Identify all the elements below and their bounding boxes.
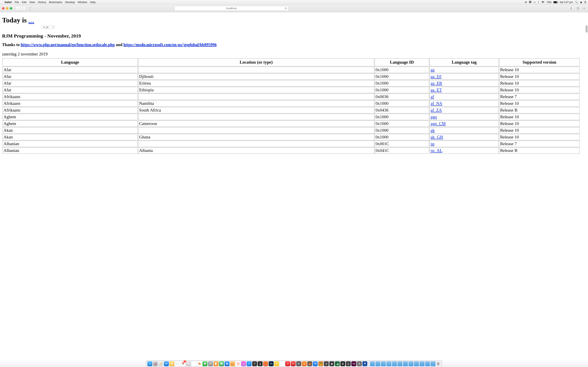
credits-link-msdn[interactable]: https://msdn.microsoft.com/en-us//goglob…	[123, 42, 217, 47]
dock-folder[interactable]	[381, 361, 386, 366]
dock-app-messages[interactable]: 💬	[203, 361, 208, 366]
menubar-app-name[interactable]: Safari	[4, 1, 12, 4]
language-tag-link[interactable]: agq_CM	[431, 121, 446, 126]
status-m-icon[interactable]: Ⓜ	[529, 0, 531, 4]
language-tag-link[interactable]: aa_DJ	[431, 74, 441, 79]
close-window-button[interactable]	[2, 7, 4, 9]
dock-app-quicktime[interactable]: Q	[346, 361, 351, 366]
dock-app-launchpad[interactable]: 🚀	[153, 361, 158, 366]
dock-app-unknown2[interactable]: ◆	[329, 361, 334, 366]
dock-folder[interactable]	[387, 361, 391, 366]
dock-app-unknown1[interactable]: ●	[324, 361, 329, 366]
dock-app-garageband[interactable]: 🎸	[230, 361, 235, 366]
dock-folder[interactable]	[370, 361, 375, 366]
language-tag-link[interactable]: ak	[431, 128, 435, 133]
address-bar[interactable]: localhost ⟳	[174, 6, 289, 11]
locale-select[interactable]: nl_NL	[41, 25, 55, 29]
menubar-item-edit[interactable]: Edit	[22, 1, 26, 4]
menubar-item-develop[interactable]: Develop	[65, 1, 75, 4]
status-battery-percent[interactable]: 79%	[546, 1, 552, 4]
dock-app-filezilla[interactable]: Fz	[291, 361, 296, 366]
dock-app-numbers[interactable]: 📊	[219, 361, 224, 366]
status-wifi-icon[interactable]	[541, 1, 545, 3]
dock-app-photoshop[interactable]: Ps	[269, 361, 274, 366]
sidebar-toggle-button[interactable]	[28, 6, 34, 11]
dock-app-finder[interactable]: ☺	[147, 361, 152, 366]
menubar-item-history[interactable]: History	[38, 1, 46, 4]
dock-folder[interactable]	[414, 361, 419, 366]
status-bluetooth-icon[interactable]: ᚼ	[538, 1, 539, 4]
status-airplay-icon[interactable]: ▭	[534, 1, 536, 4]
dock-app-opera[interactable]: O	[285, 361, 290, 366]
credits-link-php[interactable]: https://www.php.net/manual/en/function.s…	[21, 42, 115, 47]
dock-app-xcode[interactable]: ⚒	[313, 361, 318, 366]
dock-app-systemprefs[interactable]: ⚙	[357, 361, 362, 366]
menubar-item-view[interactable]: View	[29, 1, 35, 4]
dock-app-activity[interactable]: ⏱	[252, 361, 257, 366]
vertical-scrollbar[interactable]	[586, 25, 588, 33]
dock-folder[interactable]	[425, 361, 430, 366]
dock-app-dashboard[interactable]: ⊞	[340, 361, 345, 366]
status-battery-icon[interactable]	[553, 1, 558, 3]
dock-app-paintbrush[interactable]: 🖌	[191, 361, 196, 366]
dock-app-chrome[interactable]: ◎	[280, 361, 285, 366]
dock-app-firefox[interactable]: 🦊	[263, 361, 268, 366]
status-clock[interactable]: Sat 3:07 pm	[560, 1, 573, 4]
dock-app-keynote[interactable]: 📽	[225, 361, 229, 366]
dock-app-nosign[interactable]: 🚫	[236, 361, 241, 366]
dock-app-mamp-pro[interactable]: M	[296, 361, 301, 366]
forward-button[interactable]: 〉	[21, 6, 26, 11]
dock-folder[interactable]	[408, 361, 414, 366]
dock-trash[interactable]: 🗑	[436, 361, 441, 366]
minimize-window-button[interactable]	[6, 7, 8, 9]
language-tag-link[interactable]: aa_ER	[431, 81, 442, 86]
dock-app-handbrake[interactable]: 🍍	[318, 361, 323, 366]
menubar-item-file[interactable]: File	[15, 1, 19, 4]
language-tag-link[interactable]: af	[431, 94, 434, 99]
dock-app-mamp[interactable]: M	[208, 361, 213, 366]
status-siri-icon[interactable]: ◉	[580, 1, 582, 4]
menubar-item-window[interactable]: Window	[78, 1, 87, 4]
dock-folder[interactable]	[398, 361, 402, 366]
dock-app-xd[interactable]: Xd	[351, 361, 356, 366]
dock-app-safari[interactable]: 🧭	[158, 361, 163, 366]
dock-folder[interactable]	[403, 361, 408, 366]
dock-app-pages[interactable]: 📝	[214, 361, 218, 366]
zoom-window-button[interactable]	[10, 7, 12, 9]
status-notification-center-icon[interactable]: ☰	[584, 1, 586, 4]
language-tag-link[interactable]: sq	[431, 141, 434, 146]
share-button[interactable]	[568, 6, 574, 11]
dock-folder[interactable]	[392, 361, 397, 366]
language-tag-link[interactable]: sq_AL	[431, 148, 442, 153]
status-spotlight-icon[interactable]: 🔍	[575, 1, 578, 4]
dock-app-mail[interactable]: ✉	[164, 361, 169, 366]
new-tab-button[interactable]: +	[582, 7, 586, 10]
dock-folder[interactable]	[431, 361, 435, 366]
language-tag-link[interactable]: agq	[431, 114, 437, 119]
dock-app-gimp[interactable]: 🦊	[307, 361, 312, 366]
dock-app-chrome-canary[interactable]: ◎	[274, 361, 279, 366]
show-all-tabs-button[interactable]	[575, 6, 581, 11]
language-tag-link[interactable]: aa_ET	[431, 87, 442, 92]
language-tag-link[interactable]: af_NA	[431, 101, 442, 106]
language-tag-link[interactable]: af_ZA	[431, 108, 442, 113]
language-tag-link[interactable]: ak_GH	[431, 134, 443, 140]
dock-app-textedit[interactable]: 📄	[175, 361, 180, 366]
dock-app-vlc[interactable]: ▲	[302, 361, 307, 366]
dock-app-itunes[interactable]: ♫	[241, 361, 246, 366]
status-avast-icon[interactable]: ⚙︎	[525, 1, 527, 4]
menubar-item-help[interactable]: Help	[90, 1, 95, 4]
dock-app-terminal[interactable]: ❯	[258, 361, 263, 366]
dock-app-appstore[interactable]: A	[247, 361, 251, 366]
reload-icon[interactable]: ⟳	[285, 7, 287, 10]
dock-app-preview[interactable]: 🗒	[186, 361, 191, 366]
language-tag-link[interactable]: aa	[431, 67, 434, 72]
dock-app-iphoto[interactable]: 🖼	[169, 361, 174, 366]
dock-app-calendar[interactable]: 📅	[181, 361, 185, 366]
back-button[interactable]: 〈	[16, 6, 21, 11]
menubar-item-bookmarks[interactable]: Bookmarks	[49, 1, 62, 4]
title-dots-link[interactable]: ...	[28, 17, 34, 24]
dock-folder[interactable]	[375, 361, 380, 366]
dock-app-android-studio[interactable]: ◢	[335, 361, 340, 366]
dock-app-colorsync[interactable]: 🎨	[197, 361, 202, 366]
